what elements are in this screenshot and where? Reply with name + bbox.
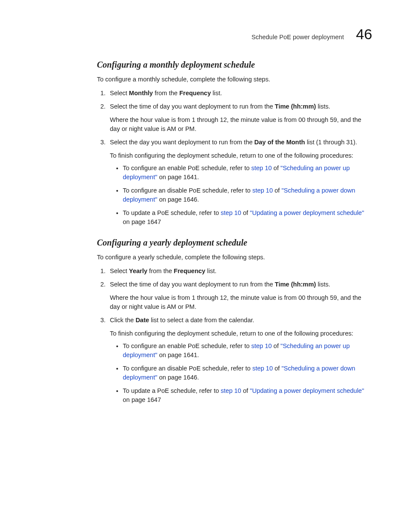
text: of (273, 187, 281, 194)
step-3: Select the day you want deployment to ru… (107, 138, 372, 227)
bullet-disable: To configure an disable PoE schedule, re… (123, 364, 372, 382)
text: from the (147, 268, 174, 274)
text: To configure an enable PoE schedule, ref… (123, 165, 251, 171)
step-2: Select the time of day you want deployme… (107, 102, 372, 134)
text: of (241, 387, 250, 394)
text: list (1 through 31). (305, 139, 357, 146)
link-step10[interactable]: step 10 (252, 187, 273, 194)
text: To configure an disable PoE schedule, re… (123, 365, 252, 372)
step-2-note: Where the hour value is from 1 through 1… (110, 115, 372, 134)
steps-monthly: Select Monthly from the Frequency list. … (97, 89, 372, 227)
page: Schedule PoE power deployment 46 Configu… (0, 0, 411, 433)
step-2: Select the time of day you want deployme… (107, 280, 372, 311)
text: Select the time of day you want deployme… (110, 281, 275, 288)
bold-frequency: Frequency (174, 268, 205, 274)
section-heading-monthly: Configuring a monthly deployment schedul… (97, 60, 372, 70)
page-header: Schedule PoE power deployment 46 (43, 26, 372, 43)
link-step10[interactable]: step 10 (251, 165, 272, 171)
text: To configure an disable PoE schedule, re… (123, 187, 252, 194)
text: of (272, 165, 280, 171)
bold-monthly: Monthly (129, 90, 153, 96)
text: Select (110, 268, 129, 274)
text: lists. (316, 103, 330, 110)
text: on page 1646. (157, 196, 199, 203)
text: To configure an enable PoE schedule, ref… (123, 342, 251, 349)
text: from the (153, 90, 179, 96)
text: Click the (110, 317, 136, 324)
finish-intro: To finish configuring the deployment sch… (110, 329, 372, 338)
link-step10[interactable]: step 10 (221, 387, 241, 394)
link-step10[interactable]: step 10 (251, 342, 272, 349)
bullet-enable: To configure an enable PoE schedule, ref… (123, 164, 372, 182)
text: Select (110, 90, 129, 96)
intro-yearly: To configure a yearly schedule, complete… (97, 254, 372, 261)
steps-yearly: Select Yearly from the Frequency list. S… (97, 267, 372, 404)
text: on page 1647 (123, 218, 161, 225)
link-step10[interactable]: step 10 (221, 209, 241, 216)
bold-day-of-month: Day of the Month (254, 139, 305, 146)
chapter-number: 46 (356, 26, 372, 43)
bold-date: Date (136, 317, 149, 324)
intro-monthly: To configure a monthly schedule, complet… (97, 76, 372, 83)
text: list. (211, 90, 222, 96)
link-update[interactable]: "Updating a power deployment schedule" (250, 209, 364, 216)
bullet-update: To update a PoE schedule, refer to step … (123, 208, 372, 227)
content: Configuring a monthly deployment schedul… (97, 60, 372, 404)
text: on page 1646. (157, 374, 199, 381)
bold-yearly: Yearly (129, 268, 147, 274)
bold-frequency: Frequency (179, 90, 211, 96)
bold-time: Time (hh:mm) (275, 103, 316, 110)
text: on page 1641. (157, 352, 199, 358)
text: Select the day you want deployment to ru… (110, 139, 254, 146)
step-3: Click the Date list to select a date fro… (107, 316, 372, 404)
text: To update a PoE schedule, refer to (123, 387, 221, 394)
step-2-note: Where the hour value is from 1 through 1… (110, 293, 372, 311)
link-update[interactable]: "Updating a power deployment schedule" (250, 387, 364, 394)
bullet-disable: To configure an disable PoE schedule, re… (123, 186, 372, 204)
text: Select the time of day you want deployme… (110, 103, 275, 110)
running-title: Schedule PoE power deployment (252, 34, 344, 40)
text: of (241, 209, 250, 216)
text: of (272, 342, 280, 349)
bullet-update: To update a PoE schedule, refer to step … (123, 386, 372, 404)
finish-intro: To finish configuring the deployment sch… (110, 151, 372, 160)
link-step10[interactable]: step 10 (252, 365, 273, 372)
section-heading-yearly: Configuring a yearly deployment schedule (97, 238, 372, 248)
finish-bullets: To configure an enable PoE schedule, ref… (110, 164, 372, 227)
text: lists. (316, 281, 330, 288)
bold-time: Time (hh:mm) (275, 281, 316, 288)
step-1: Select Yearly from the Frequency list. (107, 267, 372, 276)
text: list. (206, 268, 217, 274)
text: on page 1647 (123, 396, 161, 403)
text: list to select a date from the calendar. (149, 317, 254, 324)
bullet-enable: To configure an enable PoE schedule, ref… (123, 342, 372, 360)
step-1: Select Monthly from the Frequency list. (107, 89, 372, 98)
finish-bullets: To configure an enable PoE schedule, ref… (110, 342, 372, 404)
text: of (273, 365, 281, 372)
text: To update a PoE schedule, refer to (123, 209, 221, 216)
text: on page 1641. (157, 174, 199, 180)
